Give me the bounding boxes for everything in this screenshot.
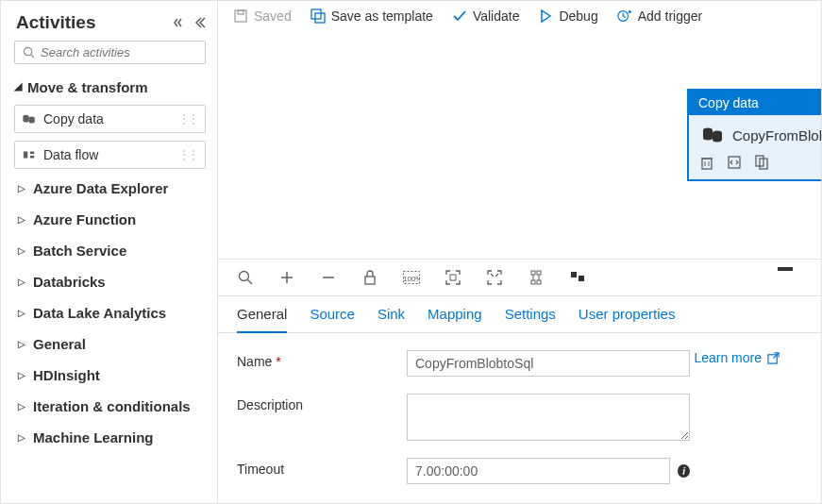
search-input[interactable] xyxy=(41,45,200,59)
category-batch-service[interactable]: ▷Batch Service xyxy=(10,235,210,266)
name-input[interactable] xyxy=(407,350,690,377)
chevron-right-icon: ▷ xyxy=(18,308,25,318)
debug-button[interactable]: Debug xyxy=(538,8,597,24)
svg-rect-14 xyxy=(315,13,325,23)
search-activities-box[interactable] xyxy=(14,41,206,64)
category-azure-function[interactable]: ▷Azure Function xyxy=(10,204,210,235)
svg-point-34 xyxy=(240,272,249,281)
category-hdinsight[interactable]: ▷HDInsight xyxy=(10,360,210,391)
chevron-right-icon: ▷ xyxy=(18,245,25,256)
svg-rect-39 xyxy=(365,277,375,284)
layout-icon[interactable] xyxy=(569,269,586,286)
add-trigger-button[interactable]: Add trigger xyxy=(617,8,702,24)
lock-icon[interactable] xyxy=(361,269,378,286)
delete-icon[interactable] xyxy=(700,155,713,170)
drag-grip-icon[interactable]: ⋮⋮ xyxy=(178,148,197,161)
timeout-input[interactable] xyxy=(407,458,670,484)
chevron-right-icon: ▷ xyxy=(18,183,25,193)
sidebar-title: Activities xyxy=(16,12,95,33)
trigger-icon xyxy=(617,8,632,24)
property-tabs: General Source Sink Mapping Settings Use… xyxy=(218,296,821,333)
fullscreen-icon[interactable] xyxy=(486,269,503,286)
copy-icon[interactable] xyxy=(755,155,768,170)
activity-label: Copy data xyxy=(43,111,104,126)
node-body: CopyFromBlobtoSql xyxy=(689,115,822,149)
dataflow-icon xyxy=(23,149,36,160)
learn-more-link[interactable]: Learn more xyxy=(690,350,802,365)
svg-rect-49 xyxy=(571,272,577,277)
zoom-out-icon[interactable] xyxy=(320,269,337,286)
search-icon xyxy=(23,46,35,59)
tab-mapping[interactable]: Mapping xyxy=(428,306,482,332)
description-input[interactable] xyxy=(407,394,690,441)
play-icon xyxy=(538,8,553,24)
chevron-right-icon: ▷ xyxy=(18,432,25,443)
name-label: Name* xyxy=(237,350,407,369)
activities-sidebar: Activities ◢ Move & transform Copy data … xyxy=(1,1,218,503)
svg-rect-8 xyxy=(24,152,27,159)
svg-rect-44 xyxy=(537,271,541,275)
info-icon[interactable]: i xyxy=(678,464,690,478)
svg-line-35 xyxy=(248,280,253,285)
svg-rect-24 xyxy=(702,159,712,169)
timeout-label: Timeout xyxy=(237,458,407,477)
category-machine-learning[interactable]: ▷Machine Learning xyxy=(10,422,210,453)
external-link-icon xyxy=(767,352,780,364)
tab-general[interactable]: General xyxy=(237,306,287,333)
category-databricks[interactable]: ▷Databricks xyxy=(10,266,210,297)
node-header: Copy data xyxy=(689,91,822,115)
database-icon xyxy=(702,126,723,143)
tab-user-properties[interactable]: User properties xyxy=(579,306,676,332)
panel-resize-handle[interactable] xyxy=(778,267,793,271)
zoom-in-icon[interactable] xyxy=(278,269,295,286)
category-general[interactable]: ▷General xyxy=(10,328,210,360)
save-as-template-button[interactable]: Save as template xyxy=(310,8,433,24)
code-icon[interactable] xyxy=(727,155,742,170)
tab-settings[interactable]: Settings xyxy=(505,306,556,332)
tab-source[interactable]: Source xyxy=(310,306,355,332)
category-iteration-conditionals[interactable]: ▷Iteration & conditionals xyxy=(10,391,210,422)
activity-label: Data flow xyxy=(43,147,98,162)
category-azure-data-explorer[interactable]: ▷Azure Data Explorer xyxy=(10,173,210,204)
drag-grip-icon[interactable]: ⋮⋮ xyxy=(178,112,197,126)
svg-line-1 xyxy=(31,55,34,58)
svg-rect-42 xyxy=(450,275,456,280)
expand-collapse-icon[interactable] xyxy=(174,16,187,29)
svg-point-0 xyxy=(24,47,31,55)
chevron-right-icon: ▷ xyxy=(18,370,25,380)
collapse-panel-icon[interactable] xyxy=(193,16,206,29)
zoom-reset-icon[interactable]: 100% xyxy=(403,269,420,286)
svg-rect-11 xyxy=(235,10,246,22)
chevron-right-icon: ▷ xyxy=(18,401,25,412)
auto-align-icon[interactable] xyxy=(528,269,545,286)
svg-rect-13 xyxy=(311,9,321,19)
pipeline-canvas[interactable]: Copy data CopyFromBlobtoSql xyxy=(218,32,821,259)
properties-form: Name* Learn more Description Timeout i xyxy=(218,333,821,501)
svg-text:100%: 100% xyxy=(403,275,420,283)
saved-button: Saved xyxy=(233,8,292,24)
node-actions xyxy=(689,149,822,179)
svg-rect-9 xyxy=(30,152,34,155)
copy-data-node[interactable]: Copy data CopyFromBlobtoSql xyxy=(687,89,822,181)
canvas-toolbar: 100% xyxy=(218,259,821,296)
toolbar: Saved Save as template Validate Debug Ad… xyxy=(218,1,821,32)
activity-copy-data[interactable]: Copy data ⋮⋮ xyxy=(14,105,206,133)
caret-down-icon: ◢ xyxy=(14,80,22,92)
group-label: Move & transform xyxy=(27,79,148,95)
svg-rect-45 xyxy=(531,280,535,284)
group-move-transform[interactable]: ◢ Move & transform xyxy=(10,74,210,101)
zoom-search-icon[interactable] xyxy=(237,269,254,286)
svg-rect-43 xyxy=(531,271,535,275)
activity-data-flow[interactable]: Data flow ⋮⋮ xyxy=(14,141,206,169)
validate-button[interactable]: Validate xyxy=(452,8,520,24)
svg-point-4 xyxy=(23,119,28,123)
svg-point-7 xyxy=(29,120,35,124)
tab-sink[interactable]: Sink xyxy=(377,306,405,332)
svg-point-20 xyxy=(703,136,713,141)
node-name: CopyFromBlobtoSql xyxy=(732,127,822,143)
svg-rect-10 xyxy=(30,156,34,159)
svg-point-23 xyxy=(713,138,722,143)
template-icon xyxy=(310,8,326,24)
category-data-lake-analytics[interactable]: ▷Data Lake Analytics xyxy=(10,297,210,328)
fit-screen-icon[interactable] xyxy=(445,269,461,286)
